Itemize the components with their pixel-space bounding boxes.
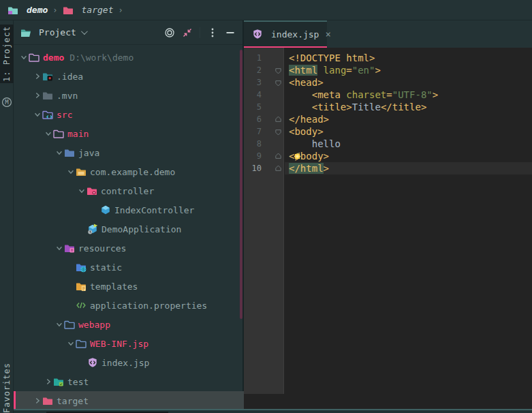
chevron-down-icon[interactable] (19, 52, 29, 62)
jsp-shield-icon (87, 357, 98, 368)
chevron-down-icon[interactable] (33, 110, 42, 119)
tree-item-java[interactable]: java (14, 143, 244, 162)
tree-item-label: java (78, 148, 99, 158)
tree-item-label: main (67, 129, 89, 139)
tool-window-button-project[interactable]: 1: Project (0, 25, 14, 83)
fold-marker-icon[interactable] (263, 150, 285, 162)
code-text[interactable]: </html> (285, 162, 532, 174)
code-line-1[interactable]: 1<!DOCTYPE html> (244, 52, 532, 64)
code-token: > (375, 65, 380, 76)
chevron-right-icon[interactable] (33, 91, 42, 100)
code-line-7[interactable]: 7<body> (244, 125, 532, 138)
code-text[interactable]: <!DOCTYPE html> (285, 52, 532, 64)
code-area[interactable]: 1<!DOCTYPE html>2<html lang="en">3<head>… (244, 52, 532, 174)
code-line-2[interactable]: 2<html lang="en"> (244, 64, 532, 76)
intention-star-icon[interactable] (292, 151, 302, 162)
tree-scrollbar[interactable] (240, 50, 242, 319)
fold-marker-icon[interactable] (263, 76, 285, 89)
fold-marker-icon[interactable] (263, 162, 285, 174)
code-token: <head> (289, 77, 324, 88)
tree-item-static[interactable]: static (14, 258, 244, 277)
code-text[interactable]: </body> (285, 150, 532, 162)
chevron-down-icon[interactable] (54, 243, 64, 253)
folder-src-icon (42, 109, 53, 120)
chevron-spacer (78, 358, 87, 367)
tree-item-application-properties[interactable]: application.properties (14, 296, 244, 315)
line-number: 10 (244, 162, 263, 174)
tree-item-templates[interactable]: templates (14, 277, 244, 296)
folder-target-icon (42, 395, 53, 406)
tree-item-index-jsp[interactable]: index.jsp (14, 353, 244, 372)
fold-marker-icon[interactable] (263, 125, 285, 138)
code-line-8[interactable]: 8 hello (244, 138, 532, 150)
maven-icon[interactable]: M (1, 97, 12, 108)
tree-item-label: WEB-INF.jsp (90, 339, 148, 349)
code-text[interactable]: <body> (285, 125, 532, 138)
code-text[interactable]: <meta charset="UTF-8"> (285, 89, 532, 101)
tree-item-label: src (57, 110, 72, 120)
code-text[interactable]: <title>Title</title> (285, 101, 532, 113)
tree-item-indexcontroller[interactable]: IndexController (14, 200, 244, 219)
breadcrumb-item-target[interactable]: target (63, 5, 114, 16)
chevron-down-icon[interactable] (44, 129, 53, 138)
tab-index-jsp[interactable]: index.jsp × (244, 20, 327, 48)
tree-item-label: templates (90, 281, 138, 292)
more-options-icon[interactable] (207, 27, 218, 38)
tree-item-target[interactable]: target (14, 391, 244, 410)
chevron-down-icon[interactable] (66, 339, 76, 348)
tree-item-main[interactable]: main (14, 124, 244, 143)
tree-item-label: IndexController (114, 205, 194, 215)
project-panel-title[interactable]: Project (39, 27, 76, 37)
code-line-5[interactable]: 5 <title>Title</title> (244, 101, 532, 113)
pink-folder-icon (63, 5, 74, 16)
code-line-4[interactable]: 4 <meta charset="UTF-8"> (244, 89, 532, 101)
tree-item--mvn[interactable]: .mvn (14, 86, 244, 105)
code-token: <html (289, 65, 317, 76)
tree-item--idea[interactable]: .idea (14, 67, 244, 86)
line-number: 3 (244, 76, 263, 89)
breadcrumb-label: target (82, 5, 114, 15)
locate-icon[interactable] (164, 27, 175, 38)
fold-marker-icon[interactable] (263, 64, 285, 76)
breadcrumb-item-demo[interactable]: demo (7, 5, 48, 16)
editor-body[interactable]: 1<!DOCTYPE html>2<html lang="en">3<head>… (244, 48, 532, 394)
folder-purple-outline-icon (53, 128, 64, 139)
close-icon[interactable]: × (325, 29, 330, 40)
code-token: <title> (312, 102, 352, 112)
code-text[interactable]: </head> (285, 113, 532, 125)
fold-marker-icon[interactable] (263, 113, 285, 125)
chevron-down-icon[interactable] (66, 167, 76, 177)
tree-item-resources[interactable]: resources (14, 239, 244, 258)
chevron-down-icon[interactable] (54, 148, 64, 157)
code-text[interactable]: <head> (285, 76, 532, 89)
minimize-icon[interactable] (225, 27, 236, 38)
line-number: 5 (244, 101, 263, 113)
project-panel: Project demoD:\work\demo.idea.mvnsrcmain… (14, 20, 244, 413)
line-number: 2 (244, 64, 263, 76)
chevron-right-icon[interactable] (33, 72, 42, 81)
tool-window-button-favorites[interactable]: Favorites (0, 337, 14, 413)
chevron-right-icon[interactable] (44, 377, 53, 386)
chevron-down-icon[interactable] (81, 28, 88, 35)
tree-item-com-example-demo[interactable]: com.example.demo (14, 162, 244, 181)
tree-item-web-inf-jsp[interactable]: WEB-INF.jsp (14, 334, 244, 353)
tree-item-webapp[interactable]: webapp (14, 315, 244, 334)
chevron-down-icon[interactable] (54, 320, 64, 329)
tree-item-src[interactable]: src (14, 105, 244, 124)
code-line-3[interactable]: 3<head> (244, 76, 532, 89)
chevron-right-icon[interactable] (33, 396, 42, 406)
tree-item-demoapplication[interactable]: DemoApplication (14, 219, 244, 239)
tree-item-demo[interactable]: demoD:\work\demo (14, 48, 244, 67)
collapse-all-icon[interactable] (182, 27, 193, 38)
code-line-10[interactable]: 10</html> (244, 162, 532, 174)
svg-text:M: M (5, 99, 9, 106)
code-text[interactable]: hello (285, 138, 532, 150)
code-text[interactable]: <html lang="en"> (285, 64, 532, 76)
code-line-9[interactable]: 9</body> (244, 150, 532, 162)
tree-item-test[interactable]: test (14, 372, 244, 391)
code-line-6[interactable]: 6</head> (244, 113, 532, 125)
project-tree: demoD:\work\demo.idea.mvnsrcmainjavacom.… (14, 48, 244, 410)
breadcrumb-separator: › (52, 5, 57, 15)
tree-item-controller[interactable]: controller (14, 181, 244, 200)
chevron-down-icon[interactable] (77, 186, 87, 196)
